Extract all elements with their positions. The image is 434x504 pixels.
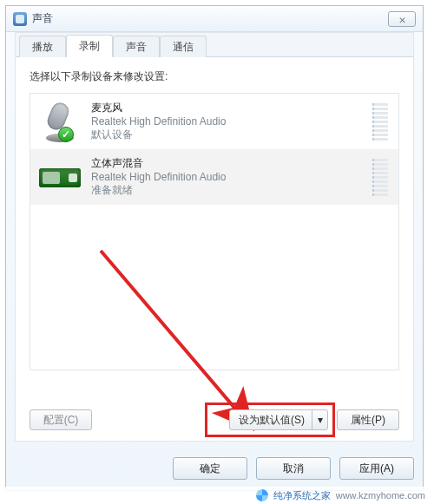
sound-icon xyxy=(13,12,27,26)
properties-button[interactable]: 属性(P) xyxy=(337,409,399,430)
watermark-url: www.kzmyhome.com xyxy=(336,490,425,501)
instruction-text: 选择以下录制设备来修改设置: xyxy=(30,69,399,84)
tab-sounds[interactable]: 声音 xyxy=(113,36,160,57)
level-meter-icon xyxy=(372,102,388,141)
set-default-dropdown[interactable]: ▾ xyxy=(312,410,327,429)
device-item-stereomix[interactable]: 立体声混音 Realtek High Definition Audio 准备就绪 xyxy=(30,149,398,205)
watermark-logo-icon xyxy=(256,489,268,501)
device-title: 麦克风 xyxy=(91,101,362,115)
recording-pane: 选择以下录制设备来修改设置: ✓ 麦克风 Realtek High Defini… xyxy=(16,57,413,441)
pane-button-row: 配置(C) 设为默认值(S) ▾ 属性(P) xyxy=(30,409,399,430)
default-check-icon: ✓ xyxy=(58,127,74,142)
configure-button[interactable]: 配置(C) xyxy=(30,409,92,430)
microphone-icon: ✓ xyxy=(39,101,81,142)
title-bar: 声音 ⨉ xyxy=(6,6,423,32)
sound-dialog: 声音 ⨉ 播放 录制 声音 通信 选择以下录制设备来修改设置: ✓ xyxy=(5,5,424,491)
tab-playback[interactable]: 播放 xyxy=(19,36,66,57)
dialog-body: 播放 录制 声音 通信 选择以下录制设备来修改设置: ✓ 麦克风 Realtek… xyxy=(15,32,414,442)
device-list[interactable]: ✓ 麦克风 Realtek High Definition Audio 默认设备 xyxy=(30,93,399,370)
device-status: 默认设备 xyxy=(91,128,362,142)
set-default-label: 设为默认值(S) xyxy=(239,413,305,428)
device-subtitle: Realtek High Definition Audio xyxy=(91,171,362,183)
set-default-button[interactable]: 设为默认值(S) ▾ xyxy=(229,409,328,430)
watermark-brand: 纯净系统之家 xyxy=(273,489,331,502)
dialog-button-row: 确定 取消 应用(A) xyxy=(15,457,414,480)
device-status: 准备就绪 xyxy=(91,183,362,198)
chevron-down-icon: ▾ xyxy=(318,414,323,426)
close-icon: ⨉ xyxy=(399,14,405,24)
tab-strip: 播放 录制 声音 通信 xyxy=(16,33,413,57)
device-title: 立体声混音 xyxy=(91,156,362,171)
tab-communications[interactable]: 通信 xyxy=(160,36,207,57)
device-subtitle: Realtek High Definition Audio xyxy=(91,115,362,128)
tab-recording[interactable]: 录制 xyxy=(66,35,113,57)
level-meter-icon xyxy=(372,158,388,196)
soundcard-icon xyxy=(39,156,81,198)
ok-button[interactable]: 确定 xyxy=(173,457,247,480)
cancel-button[interactable]: 取消 xyxy=(256,457,331,480)
window-title: 声音 xyxy=(32,11,53,26)
device-item-microphone[interactable]: ✓ 麦克风 Realtek High Definition Audio 默认设备 xyxy=(30,94,398,149)
watermark: 纯净系统之家 www.kzmyhome.com xyxy=(0,487,434,504)
close-button[interactable]: ⨉ xyxy=(388,11,416,27)
apply-button[interactable]: 应用(A) xyxy=(339,457,414,480)
